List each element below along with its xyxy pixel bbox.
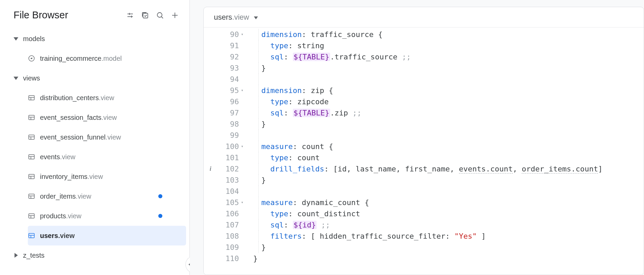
line-number: 90 xyxy=(217,29,239,40)
code-line[interactable]: type: string xyxy=(261,40,644,51)
code-line[interactable]: type: count_distinct xyxy=(261,208,644,219)
code-line[interactable]: measure: dynamic_count { xyxy=(261,197,644,208)
line-number: 105 xyxy=(217,197,239,208)
svg-marker-7 xyxy=(14,37,18,41)
line-number: 93 xyxy=(217,62,239,74)
code-line[interactable]: sql: ${TABLE}.traffic_source ;; xyxy=(261,51,644,62)
file-products[interactable]: products.view xyxy=(28,206,186,226)
code-editor[interactable]: i 90919293949596979899100101102103104105… xyxy=(204,28,644,275)
folder-models[interactable]: models xyxy=(14,29,186,49)
svg-rect-11 xyxy=(29,96,35,100)
file-event_session_funnel[interactable]: event_session_funnel.view xyxy=(28,127,186,147)
fold-toggle-icon xyxy=(241,152,248,163)
file-event_session_facts[interactable]: event_session_facts.view xyxy=(28,108,186,127)
code-line[interactable]: sql: ${id} ;; xyxy=(261,219,644,231)
code-line[interactable]: type: zipcode xyxy=(261,96,644,107)
view-icon xyxy=(28,133,40,141)
fold-toggle-icon[interactable]: ▾ xyxy=(241,29,248,40)
svg-rect-2 xyxy=(143,13,148,18)
info-gutter-icon xyxy=(204,208,217,219)
info-gutter-icon xyxy=(204,130,217,141)
view-icon xyxy=(28,173,40,180)
info-gutter-icon xyxy=(204,231,217,242)
info-gutter-icon xyxy=(204,152,217,163)
fold-toggle-icon[interactable]: ▾ xyxy=(241,141,248,152)
code-line[interactable]: filters: [ hidden_traffic_source_filter:… xyxy=(261,231,644,242)
info-gutter-icon xyxy=(204,141,217,152)
fold-toggle-icon xyxy=(241,231,248,242)
view-icon xyxy=(28,94,40,102)
editor-tab-users[interactable]: users.view xyxy=(214,13,258,22)
svg-rect-14 xyxy=(29,115,35,120)
modified-indicator-icon xyxy=(158,194,162,198)
folder-views[interactable]: views xyxy=(14,68,186,88)
line-number: 102 xyxy=(217,163,239,175)
view-icon xyxy=(28,232,40,239)
model-icon xyxy=(28,55,40,62)
line-number: 99 xyxy=(217,130,239,141)
sidebar-title: File Browser xyxy=(14,10,68,21)
code-line[interactable] xyxy=(261,186,644,197)
code-line[interactable]: } xyxy=(261,62,644,74)
line-number: 98 xyxy=(217,118,239,130)
info-gutter-icon xyxy=(204,219,217,231)
file-users[interactable]: users.view xyxy=(28,226,186,245)
line-number: 108 xyxy=(217,231,239,242)
info-gutter-icon xyxy=(204,96,217,107)
fold-toggle-icon xyxy=(241,118,248,130)
bulk-check-icon[interactable] xyxy=(141,11,149,20)
folder-z-tests[interactable]: z_tests xyxy=(14,245,186,265)
fold-toggle-icon[interactable]: ▾ xyxy=(241,197,248,208)
info-gutter-icon xyxy=(204,107,217,118)
file-order_items[interactable]: order_items.view xyxy=(28,186,186,206)
svg-rect-32 xyxy=(29,234,35,238)
tab-dropdown-icon[interactable] xyxy=(254,13,258,22)
line-number: 96 xyxy=(217,96,239,107)
caret-right-icon xyxy=(14,253,23,258)
line-number: 104 xyxy=(217,186,239,197)
code-line[interactable]: } xyxy=(261,253,644,264)
fold-toggle-icon xyxy=(241,242,248,253)
fold-toggle-icon xyxy=(241,163,248,175)
file-training_ecommerce[interactable]: training_ecommerce.model xyxy=(28,49,186,68)
settings-sliders-icon[interactable] xyxy=(126,11,135,20)
code-line[interactable]: dimension: zip { xyxy=(261,85,644,96)
search-icon[interactable] xyxy=(156,11,164,20)
code-line[interactable]: measure: count { xyxy=(261,141,644,152)
info-gutter-icon xyxy=(204,85,217,96)
line-number: 91 xyxy=(217,40,239,51)
fold-toggle-icon xyxy=(241,219,248,231)
file-inventory_items[interactable]: inventory_items.view xyxy=(28,167,186,186)
line-number: 107 xyxy=(217,219,239,231)
code-line[interactable]: dimension: traffic_source { xyxy=(261,29,644,40)
svg-point-3 xyxy=(157,13,162,17)
code-line[interactable]: sql: ${TABLE}.zip ;; xyxy=(261,107,644,118)
add-icon[interactable] xyxy=(170,11,179,20)
line-number: 110 xyxy=(217,253,239,264)
code-line[interactable]: drill_fields: [id, last_name, first_name… xyxy=(261,163,644,175)
view-icon xyxy=(28,212,40,220)
file-events[interactable]: events.view xyxy=(28,147,186,167)
code-line[interactable] xyxy=(261,130,644,141)
info-gutter-icon xyxy=(204,118,217,130)
line-number: 97 xyxy=(217,107,239,118)
modified-indicator-icon xyxy=(158,214,162,218)
code-line[interactable]: } xyxy=(261,175,644,186)
info-gutter-icon xyxy=(204,186,217,197)
code-line[interactable]: } xyxy=(261,118,644,130)
file-browser-sidebar: File Browser xyxy=(0,0,190,275)
file-distribution_centers[interactable]: distribution_centers.view xyxy=(28,88,186,108)
code-line[interactable] xyxy=(261,74,644,85)
code-line[interactable]: } xyxy=(261,242,644,253)
fold-toggle-icon[interactable]: ▾ xyxy=(241,85,248,96)
info-gutter-icon[interactable]: i xyxy=(204,163,217,175)
line-number: 109 xyxy=(217,242,239,253)
fold-toggle-icon xyxy=(241,62,248,74)
line-number: 92 xyxy=(217,51,239,62)
info-gutter-icon xyxy=(204,51,217,62)
code-line[interactable]: type: count xyxy=(261,152,644,163)
svg-line-4 xyxy=(161,17,163,18)
view-icon xyxy=(28,114,40,121)
info-gutter-icon xyxy=(204,253,217,264)
view-icon xyxy=(28,192,40,200)
